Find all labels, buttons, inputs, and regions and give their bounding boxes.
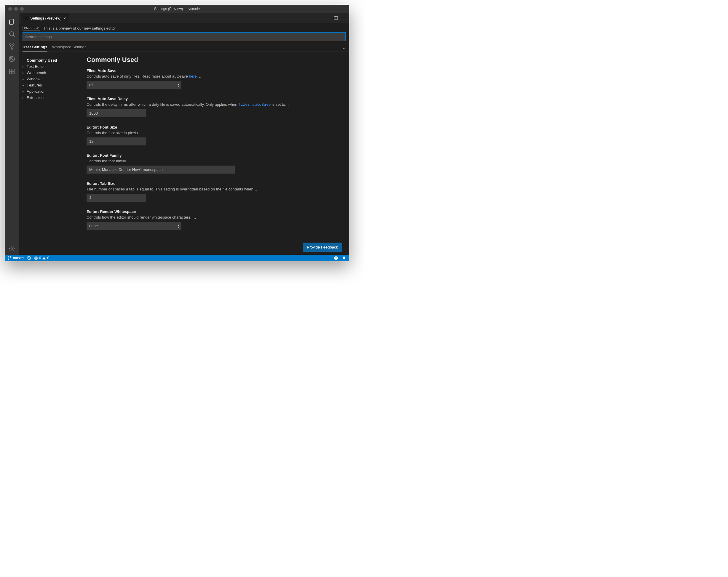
editor-font-size-input[interactable] [86,137,146,145]
editor-tab-strip: Settings (Preview) × ··· [19,13,349,23]
setting-description: The number of spaces a tab is equal to. … [86,187,324,191]
provide-feedback-button[interactable]: Provide Feedback [303,243,342,252]
tree-item-workbench[interactable]: ▸Workbench [23,70,82,76]
setting-description: Controls the delay in ms after which a d… [86,102,324,107]
activity-bar [5,13,19,255]
tree-item-commonly-used[interactable]: Commonly Used [23,57,82,63]
svg-point-6 [11,48,13,50]
setting-title: Files: Auto Save [86,68,324,73]
section-title: Commonly Used [86,56,346,64]
svg-point-5 [13,44,14,45]
setting-title: Editor: Tab Size [86,181,324,186]
svg-rect-10 [9,69,11,71]
menu-icon [24,16,28,20]
status-bar: master 0 0 [5,255,349,261]
titlebar: Settings (Preview) — vscode [5,5,349,13]
scope-more-icon[interactable]: ··· [341,46,346,50]
svg-point-14 [11,248,13,249]
search-icon[interactable] [5,28,19,40]
tab-settings-preview[interactable]: Settings (Preview) × [21,13,69,23]
split-editor-icon[interactable] [334,16,338,21]
tab-label: Settings (Preview) [30,16,61,21]
select-caret-icon: ▴▾ [178,224,179,228]
explorer-icon[interactable] [5,16,19,28]
tab-user-settings[interactable]: User Settings [23,45,47,52]
git-branch-indicator[interactable]: master [8,256,24,260]
more-actions-icon[interactable]: ··· [342,16,345,21]
extensions-icon[interactable] [5,65,19,78]
svg-point-2 [9,32,14,36]
close-icon[interactable]: × [63,16,66,21]
preview-banner-text: This is a preview of our new settings ed… [43,26,116,30]
setting-editor-font-family: Editor: Font Family Controls the font fa… [86,153,324,173]
files-auto-save-select[interactable]: off [86,81,181,89]
tree-item-application[interactable]: ▸Application [23,88,82,94]
svg-point-4 [10,44,11,45]
setting-editor-render-whitespace: Editor: Render Whitespace Controls how t… [86,210,324,230]
svg-rect-13 [12,72,14,74]
tree-item-features[interactable]: ▸Features [23,82,82,88]
svg-point-21 [10,256,11,257]
select-caret-icon: ▴▾ [178,83,179,87]
setting-files-auto-save: Files: Auto Save Controls auto save of d… [86,68,324,89]
chevron-right-icon: ▸ [23,72,25,74]
editor-render-whitespace-select[interactable]: none [86,222,181,230]
window-title: Settings (Preview) — vscode [5,7,349,11]
tab-workspace-settings[interactable]: Workspace Settings [52,45,86,52]
search-settings-input[interactable] [23,32,346,41]
svg-point-22 [8,259,9,260]
preview-badge: PREVIEW [23,26,40,30]
code-ref: files.autoSave [238,103,270,107]
chevron-right-icon: ▸ [23,96,25,99]
setting-editor-font-size: Editor: Font Size Controls the font size… [86,125,324,145]
setting-description: Controls auto save of dirty files. Read … [86,74,324,79]
setting-title: Editor: Render Whitespace [86,210,324,214]
settings-list[interactable]: Commonly Used Files: Auto Save Controls … [86,56,346,255]
tree-item-extensions[interactable]: ▸Extensions [23,94,82,101]
source-control-icon[interactable] [5,40,19,53]
svg-rect-1 [9,20,13,24]
settings-tree: Commonly Used ▸Text Editor ▸Workbench ▸W… [23,56,82,255]
autosave-link[interactable]: here [189,74,197,79]
settings-scope-tabs: User Settings Workspace Settings ··· [19,41,349,52]
tree-item-text-editor[interactable]: ▸Text Editor [23,63,82,70]
svg-point-27 [335,257,336,258]
svg-rect-11 [12,69,14,71]
setting-description: Controls how the editor should render wh… [86,215,324,219]
setting-title: Editor: Font Size [86,125,324,130]
feedback-smiley-icon[interactable] [334,256,338,260]
settings-gear-icon[interactable] [5,242,19,255]
setting-title: Files: Auto Save Delay [86,97,324,101]
chevron-right-icon: ▸ [23,78,25,81]
notifications-bell-icon[interactable] [342,256,346,260]
svg-rect-12 [9,72,11,74]
chevron-right-icon: ▸ [23,65,25,68]
debug-icon[interactable] [5,53,19,65]
svg-line-3 [13,35,15,37]
editor-tab-size-input[interactable] [86,194,146,202]
svg-point-20 [8,256,9,257]
chevron-right-icon: ▸ [23,84,25,87]
editor-font-family-input[interactable] [86,166,235,173]
svg-point-28 [336,257,337,258]
tree-item-window[interactable]: ▸Window [23,76,82,82]
files-auto-save-delay-input[interactable] [86,109,146,117]
setting-editor-tab-size: Editor: Tab Size The number of spaces a … [86,181,324,202]
svg-point-26 [334,256,338,260]
problems-indicator[interactable]: 0 0 [34,256,49,260]
setting-description: Controls the font family. [86,159,324,163]
setting-files-auto-save-delay: Files: Auto Save Delay Controls the dela… [86,97,324,117]
chevron-right-icon: ▸ [23,90,25,93]
setting-title: Editor: Font Family [86,153,324,158]
sync-icon[interactable] [27,256,31,260]
setting-description: Controls the font size in pixels. [86,131,324,135]
preview-banner: PREVIEW This is a preview of our new set… [19,23,349,32]
